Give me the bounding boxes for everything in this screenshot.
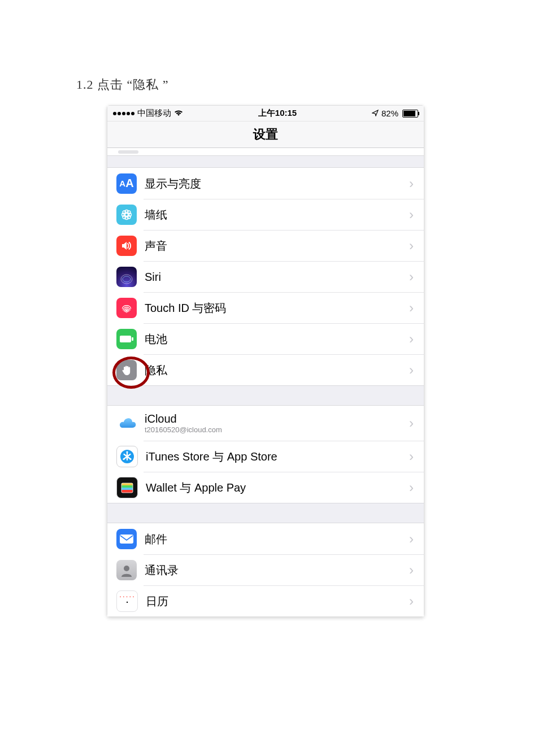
settings-group-2: iCloud t20160520@icloud.com › iTunes Sto… bbox=[107, 405, 424, 503]
row-label: 声音 bbox=[145, 240, 405, 252]
chevron-right-icon: › bbox=[409, 269, 414, 285]
row-privacy[interactable]: 隐私 › bbox=[107, 354, 424, 385]
row-touchid[interactable]: Touch ID 与密码 › bbox=[107, 292, 424, 323]
chevron-right-icon: › bbox=[409, 531, 414, 547]
chevron-right-icon: › bbox=[409, 480, 414, 496]
row-label: 日历 bbox=[146, 595, 405, 607]
chevron-right-icon: › bbox=[409, 176, 414, 192]
calendar-icon: • • • • • · bbox=[116, 590, 138, 612]
partial-row-top bbox=[107, 148, 424, 156]
svg-rect-11 bbox=[120, 336, 131, 342]
mail-icon bbox=[116, 529, 137, 549]
chevron-right-icon: › bbox=[409, 449, 414, 464]
status-bar: 中国移动 上午10:15 82% bbox=[107, 106, 424, 121]
svg-point-23 bbox=[124, 566, 129, 571]
row-label: 隐私 bbox=[145, 364, 405, 376]
row-contacts[interactable]: 通讯录 › bbox=[107, 554, 424, 585]
row-label: Touch ID 与密码 bbox=[145, 302, 405, 314]
icloud-icon bbox=[116, 413, 137, 433]
appstore-icon bbox=[116, 446, 138, 467]
settings-group-3: 邮件 › 通讯录 › • • • • • · 日历 › bbox=[107, 523, 424, 616]
wifi-icon bbox=[174, 108, 183, 118]
chevron-right-icon: › bbox=[409, 238, 414, 254]
row-label: 通讯录 bbox=[145, 564, 405, 576]
row-label: Siri bbox=[145, 271, 405, 283]
signal-dots-icon bbox=[113, 112, 134, 115]
battery-row-icon bbox=[116, 329, 137, 349]
chevron-right-icon: › bbox=[409, 593, 414, 609]
sound-icon bbox=[116, 236, 137, 256]
row-itunes-appstore[interactable]: iTunes Store 与 App Store › bbox=[107, 441, 424, 472]
fingerprint-icon bbox=[116, 298, 137, 318]
wallet-icon bbox=[116, 477, 138, 498]
settings-group-1: AA 显示与亮度 › 墙纸 › 声音 › bbox=[107, 167, 424, 386]
row-label: 显示与亮度 bbox=[145, 177, 405, 190]
battery-icon bbox=[401, 110, 418, 118]
nav-title: 设置 bbox=[107, 121, 424, 148]
row-mail[interactable]: 邮件 › bbox=[107, 523, 424, 554]
svg-point-16 bbox=[129, 458, 131, 459]
privacy-hand-icon bbox=[116, 360, 137, 380]
chevron-right-icon: › bbox=[409, 207, 414, 223]
row-wallet[interactable]: Wallet 与 Apple Pay › bbox=[107, 472, 424, 503]
row-label: iTunes Store 与 App Store bbox=[146, 450, 405, 463]
carrier-label: 中国移动 bbox=[137, 108, 171, 119]
row-calendar[interactable]: • • • • • · 日历 › bbox=[107, 585, 424, 616]
row-label: iCloud t20160520@icloud.com bbox=[145, 412, 405, 434]
siri-icon bbox=[116, 267, 137, 287]
chevron-right-icon: › bbox=[409, 415, 414, 431]
svg-rect-20 bbox=[121, 490, 133, 493]
display-icon: AA bbox=[116, 173, 137, 194]
row-display-brightness[interactable]: AA 显示与亮度 › bbox=[107, 168, 424, 199]
status-time: 上午10:15 bbox=[258, 108, 297, 119]
row-label: 墙纸 bbox=[145, 208, 405, 221]
svg-rect-22 bbox=[120, 535, 133, 544]
chevron-right-icon: › bbox=[409, 362, 414, 378]
row-battery[interactable]: 电池 › bbox=[107, 323, 424, 354]
svg-point-10 bbox=[123, 276, 131, 282]
svg-point-14 bbox=[126, 451, 128, 453]
row-siri[interactable]: Siri › bbox=[107, 261, 424, 292]
row-label: 邮件 bbox=[145, 533, 405, 545]
instruction-caption: 1.2 点击 “隐私 ” bbox=[76, 76, 169, 93]
row-icloud[interactable]: iCloud t20160520@icloud.com › bbox=[107, 406, 424, 441]
row-label: Wallet 与 Apple Pay bbox=[146, 481, 405, 494]
wallpaper-icon bbox=[116, 205, 137, 225]
chevron-right-icon: › bbox=[409, 331, 414, 347]
svg-point-15 bbox=[123, 458, 124, 459]
row-label: 电池 bbox=[145, 333, 405, 345]
svg-rect-12 bbox=[132, 337, 133, 341]
phone-screenshot: 中国移动 上午10:15 82% 设置 AA 显示与亮度 bbox=[107, 105, 424, 617]
contacts-icon bbox=[116, 560, 137, 580]
chevron-right-icon: › bbox=[409, 300, 414, 316]
row-wallpaper[interactable]: 墙纸 › bbox=[107, 199, 424, 230]
location-icon bbox=[372, 109, 379, 118]
battery-percent: 82% bbox=[381, 108, 398, 118]
chevron-right-icon: › bbox=[409, 562, 414, 578]
row-sounds[interactable]: 声音 › bbox=[107, 230, 424, 261]
row-subtitle: t20160520@icloud.com bbox=[145, 426, 405, 434]
